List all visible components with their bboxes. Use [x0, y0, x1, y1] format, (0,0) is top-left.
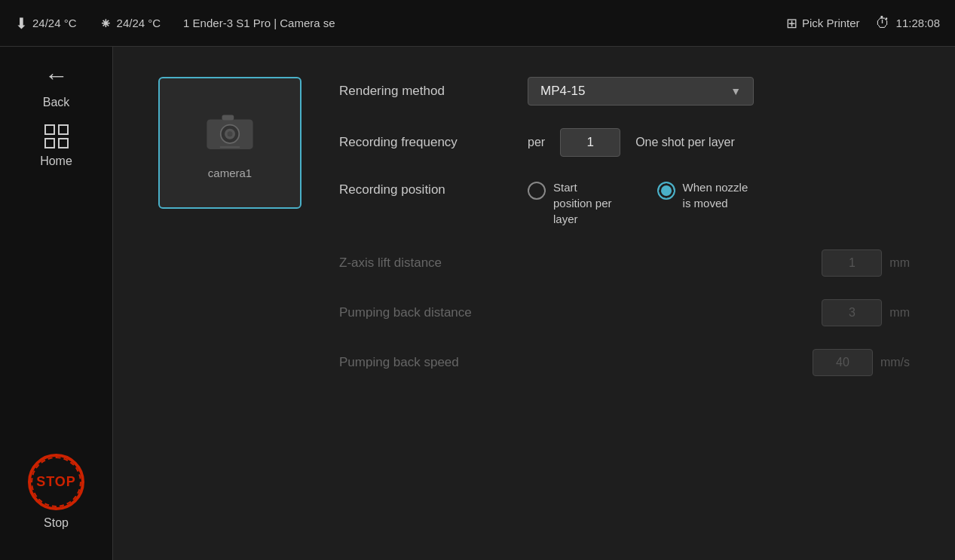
- pumping-back-dist-label: Pumping back distance: [339, 305, 513, 320]
- svg-point-3: [228, 131, 233, 136]
- recording-position-row: Recording position Startposition perlaye…: [339, 179, 910, 227]
- back-label: Back: [43, 96, 70, 109]
- back-arrow-icon: ←: [44, 62, 68, 90]
- rendering-method-dropdown[interactable]: MP4-15 ▼: [528, 77, 754, 106]
- clock-icon: ⏱: [875, 14, 890, 32]
- pumping-back-dist-row: Pumping back distance 3 mm: [339, 299, 910, 326]
- pumping-back-speed-input: 40: [813, 349, 873, 376]
- rendering-method-row: Rendering method MP4-15 ▼: [339, 77, 910, 106]
- recording-frequency-label: Recording frequency: [339, 135, 513, 150]
- recording-frequency-row: Recording frequency per 1 One shot per l…: [339, 128, 910, 157]
- z-axis-input: 1: [822, 249, 882, 277]
- clock-label: 11:28:08: [896, 17, 940, 29]
- rendering-method-label: Rendering method: [339, 84, 513, 99]
- temp2-label: 24/24 °C: [117, 17, 161, 29]
- svg-rect-4: [222, 115, 234, 120]
- radio-nozzle-circle: [657, 182, 675, 200]
- recording-frequency-input[interactable]: 1: [560, 128, 620, 157]
- radio-start-circle: [528, 182, 546, 200]
- back-button[interactable]: ← Back: [43, 62, 70, 109]
- thermometer-icon: ⬇: [15, 14, 28, 32]
- temp1-label: 24/24 °C: [32, 17, 77, 29]
- z-axis-row: Z-axis lift distance 1 mm: [339, 249, 910, 277]
- topbar-left: ⬇ 24/24 °C ⁕ 24/24 °C 1 Ender-3 S1 Pro |…: [15, 14, 335, 32]
- stop-inner-text: STOP: [36, 474, 76, 490]
- stop-circle-icon: STOP: [28, 454, 84, 510]
- radio-nozzle-moved[interactable]: When nozzleis moved: [657, 179, 748, 211]
- topbar-right: ⊞ Pick Printer ⏱ 11:28:08: [786, 14, 940, 32]
- recording-frequency-suffix: One shot per layer: [635, 136, 735, 149]
- camera1-label: camera1: [208, 167, 252, 179]
- home-label: Home: [40, 155, 72, 168]
- fan-icon: ⁕: [99, 14, 112, 32]
- camera-panel: camera1: [158, 77, 301, 530]
- content-area: camera1 Rendering method MP4-15 ▼ Record…: [113, 47, 955, 560]
- stop-button[interactable]: STOP Stop: [28, 454, 84, 530]
- radio-start-label: Startposition perlayer: [553, 179, 612, 227]
- camera1-button[interactable]: camera1: [158, 77, 301, 209]
- pick-printer-label: Pick Printer: [802, 17, 860, 29]
- radio-start-position[interactable]: Startposition perlayer: [528, 179, 612, 227]
- printer-label: 1 Ender-3 S1 Pro | Camera se: [183, 17, 335, 29]
- home-button[interactable]: Home: [40, 124, 72, 168]
- printer-item: 1 Ender-3 S1 Pro | Camera se: [183, 17, 335, 29]
- recording-position-options: Startposition perlayer When nozzleis mov…: [528, 179, 748, 227]
- z-axis-unit: mm: [889, 256, 910, 270]
- temp2-item: ⁕ 24/24 °C: [99, 14, 161, 32]
- camera-icon: [204, 106, 256, 159]
- home-grid-icon: [44, 124, 69, 148]
- pumping-back-speed-label: Pumping back speed: [339, 355, 513, 370]
- pumping-back-dist-input: 3: [822, 299, 882, 326]
- recording-frequency-per: per: [528, 136, 545, 149]
- pick-printer-item[interactable]: ⊞ Pick Printer: [786, 15, 860, 32]
- pumping-back-speed-unit: mm/s: [880, 356, 910, 369]
- pumping-back-dist-unit: mm: [889, 306, 910, 320]
- pumping-back-speed-row: Pumping back speed 40 mm/s: [339, 349, 910, 376]
- pick-printer-icon: ⊞: [786, 15, 797, 32]
- rendering-method-value: MP4-15: [540, 84, 586, 99]
- main-layout: ← Back Home STOP Stop: [0, 47, 955, 560]
- topbar: ⬇ 24/24 °C ⁕ 24/24 °C 1 Ender-3 S1 Pro |…: [0, 0, 955, 47]
- temp1-item: ⬇ 24/24 °C: [15, 14, 77, 32]
- z-axis-label: Z-axis lift distance: [339, 256, 513, 271]
- dropdown-arrow-icon: ▼: [730, 85, 741, 97]
- recording-position-label: Recording position: [339, 179, 513, 197]
- stop-label: Stop: [44, 516, 69, 530]
- sidebar: ← Back Home STOP Stop: [0, 47, 113, 560]
- radio-nozzle-label: When nozzleis moved: [683, 179, 748, 211]
- clock-item: ⏱ 11:28:08: [875, 14, 940, 32]
- settings-panel: Rendering method MP4-15 ▼ Recording freq…: [339, 77, 910, 530]
